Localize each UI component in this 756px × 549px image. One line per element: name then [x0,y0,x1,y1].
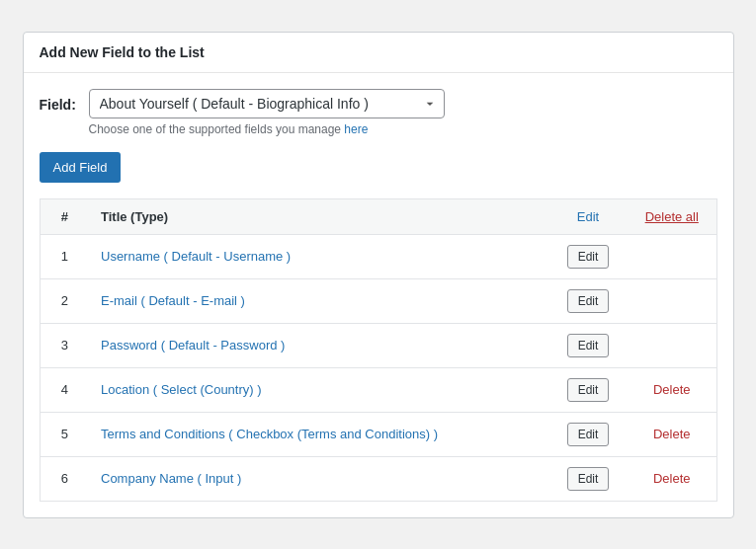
field-label: Field: [40,89,79,113]
row-title: Username ( Default - Username ) [89,234,548,278]
row-title: Password ( Default - Password ) [89,323,548,367]
edit-button[interactable]: Edit [567,423,610,446]
delete-link[interactable]: Delete [653,382,691,397]
row-title: Location ( Select (Country) ) [89,367,548,412]
field-row: Field: About Yourself ( Default - Biogra… [40,89,717,136]
row-edit-cell: Edit [548,234,628,278]
table-row: 2E-mail ( Default - E-mail )Edit [40,278,716,323]
delete-link[interactable]: Delete [653,471,691,486]
row-edit-cell: Edit [548,412,628,456]
table-body: 1Username ( Default - Username )Edit2E-m… [40,234,716,501]
row-number: 4 [40,367,89,412]
table-header-row: # Title (Type) Edit Delete all [40,198,716,234]
row-delete-cell: Delete [628,456,716,501]
row-number: 5 [40,412,89,456]
table-row: 1Username ( Default - Username )Edit [40,234,716,278]
panel-title: Add New Field to the List [24,33,733,73]
table-row: 5Terms and Conditions ( Checkbox (Terms … [40,412,716,456]
col-header-title: Title (Type) [89,198,548,234]
row-title: E-mail ( Default - E-mail ) [89,278,548,323]
hint-link[interactable]: here [344,122,368,136]
table-row: 6Company Name ( Input )EditDelete [40,456,716,501]
row-number: 6 [40,456,89,501]
row-delete-cell [628,323,716,367]
row-title: Terms and Conditions ( Checkbox (Terms a… [89,412,548,456]
row-title: Company Name ( Input ) [89,456,548,501]
edit-button[interactable]: Edit [567,289,610,313]
edit-button[interactable]: Edit [567,467,610,491]
table-row: 3Password ( Default - Password )Edit [40,323,716,367]
edit-button[interactable]: Edit [567,245,610,269]
row-delete-cell: Delete [628,412,716,456]
field-select[interactable]: About Yourself ( Default - Biographical … [89,89,445,118]
col-header-hash: # [40,198,89,234]
col-header-delete-all[interactable]: Delete all [628,198,716,234]
delete-link[interactable]: Delete [653,427,691,441]
row-edit-cell: Edit [548,323,628,367]
edit-button[interactable]: Edit [567,334,610,357]
row-delete-cell: Delete [628,367,716,412]
fields-table: # Title (Type) Edit Delete all 1Username… [40,198,717,502]
field-input-wrap: About Yourself ( Default - Biographical … [89,89,445,136]
col-header-edit[interactable]: Edit [548,198,628,234]
panel-body: Field: About Yourself ( Default - Biogra… [24,73,733,517]
row-edit-cell: Edit [548,367,628,412]
add-field-button[interactable]: Add Field [40,152,122,183]
row-number: 3 [40,323,89,367]
row-number: 1 [40,234,89,278]
row-number: 2 [40,278,89,323]
row-edit-cell: Edit [548,278,628,323]
field-hint: Choose one of the supported fields you m… [89,122,445,136]
table-row: 4Location ( Select (Country) )EditDelete [40,367,716,412]
row-edit-cell: Edit [548,456,628,501]
panel: Add New Field to the List Field: About Y… [23,32,734,518]
row-delete-cell [628,278,716,323]
row-delete-cell [628,234,716,278]
edit-button[interactable]: Edit [567,378,610,402]
